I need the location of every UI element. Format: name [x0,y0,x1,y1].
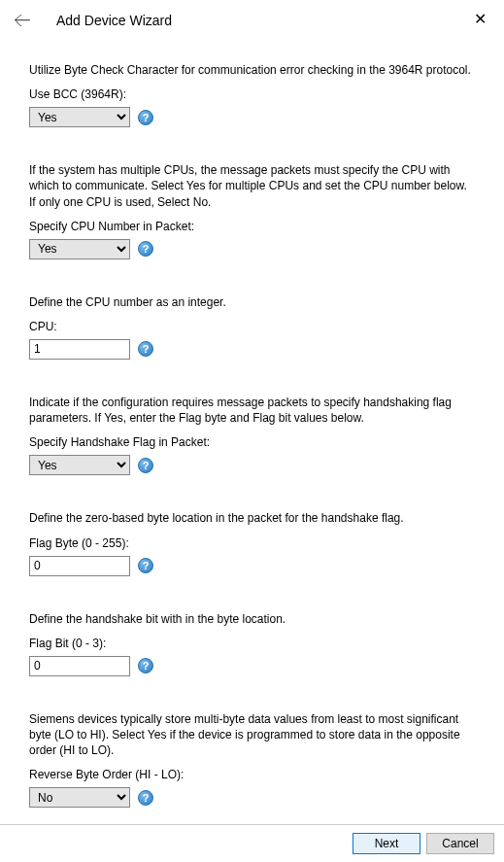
label-use-bcc: Use BCC (3964R): [29,87,475,101]
section-specify-cpu: If the system has multiple CPUs, the mes… [29,162,475,259]
help-icon[interactable]: ? [138,341,153,357]
section-handshake-flag: Indicate if the configuration requires m… [29,395,475,475]
label-handshake-flag: Specify Handshake Flag in Packet: [29,435,475,449]
input-flag-bit[interactable] [29,656,130,676]
input-flag-byte[interactable] [29,556,130,576]
label-reverse-byte: Reverse Byte Order (HI - LO): [29,768,475,781]
wizard-footer: Next Cancel [0,824,504,862]
cancel-button[interactable]: Cancel [426,833,494,854]
help-icon[interactable]: ? [138,658,153,673]
section-flag-byte: Define the zero-based byte location in t… [29,510,475,575]
label-flag-bit: Flag Bit (0 - 3): [29,637,475,650]
desc-reverse-byte: Siemens devices typically store multi-by… [29,711,475,759]
desc-handshake-flag: Indicate if the configuration requires m… [29,395,475,426]
wizard-header: 🡠 Add Device Wizard [0,0,504,37]
label-flag-byte: Flag Byte (0 - 255): [29,536,475,550]
input-cpu-number[interactable] [29,339,130,360]
desc-specify-cpu: If the system has multiple CPUs, the mes… [29,162,475,210]
next-button[interactable]: Next [353,833,420,854]
help-icon[interactable]: ? [138,241,153,257]
label-specify-cpu: Specify CPU Number in Packet: [29,220,475,233]
section-flag-bit: Define the handshake bit with in the byt… [29,611,475,676]
back-arrow-icon[interactable]: 🡠 [14,12,31,29]
section-cpu-number: Define the CPU number as an integer. CPU… [29,294,475,360]
select-reverse-byte[interactable]: No Yes [29,787,130,808]
help-icon[interactable]: ? [138,558,153,573]
desc-flag-byte: Define the zero-based byte location in t… [29,510,475,526]
label-cpu-number: CPU: [29,320,475,333]
desc-cpu-number: Define the CPU number as an integer. [29,294,475,310]
desc-use-bcc: Utilize Byte Check Character for communi… [29,62,475,78]
section-reverse-byte: Siemens devices typically store multi-by… [29,711,475,809]
help-icon[interactable]: ? [138,790,153,806]
select-handshake-flag[interactable]: Yes No [29,455,130,475]
help-icon[interactable]: ? [138,110,153,125]
wizard-title: Add Device Wizard [56,13,172,28]
desc-flag-bit: Define the handshake bit with in the byt… [29,611,475,627]
select-use-bcc[interactable]: Yes No [29,107,130,127]
wizard-content: Utilize Byte Check Character for communi… [0,37,504,808]
section-use-bcc: Utilize Byte Check Character for communi… [29,62,475,127]
help-icon[interactable]: ? [138,458,153,473]
select-specify-cpu[interactable]: Yes No [29,239,130,259]
